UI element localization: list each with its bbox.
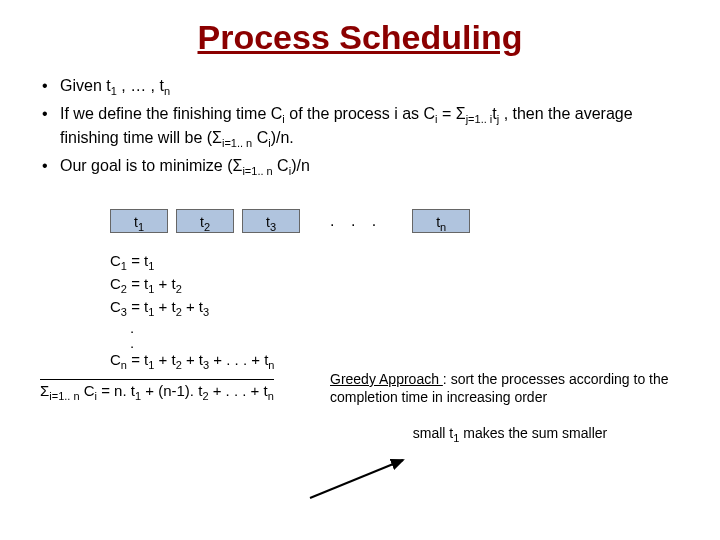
sub: 2	[204, 221, 210, 233]
note: small t1 makes the sum smaller	[330, 424, 690, 445]
t: + t	[154, 298, 175, 315]
t: + t	[182, 298, 203, 315]
sub: n	[440, 221, 446, 233]
calc-line: C1 = t1	[110, 251, 720, 274]
calc-line: C2 = t1 + t2	[110, 274, 720, 297]
t: C	[110, 275, 121, 292]
right-annotation: Greedy Approach : sort the processes acc…	[330, 370, 690, 445]
t: small t	[413, 425, 453, 441]
s: i=1.. n	[49, 390, 79, 402]
s: 2	[176, 283, 182, 295]
box-tn: tn	[412, 209, 470, 233]
sub: 1	[138, 221, 144, 233]
t: C	[110, 252, 121, 269]
text: Our goal is to minimize (Σ	[60, 157, 242, 174]
t: = t	[127, 275, 148, 292]
bullet-3: Our goal is to minimize (Σi=1.. n Ci)/n	[60, 155, 680, 179]
t: C	[110, 298, 121, 315]
sub: 3	[270, 221, 276, 233]
box-t3: t3	[242, 209, 300, 233]
greedy-approach-text: Greedy Approach : sort the processes acc…	[330, 370, 690, 406]
text: , … , t	[117, 77, 164, 94]
s: 3	[203, 306, 209, 318]
text: C	[273, 157, 289, 174]
page-title: Process Scheduling	[0, 18, 720, 57]
sub: n	[164, 85, 170, 97]
text: )/n	[291, 157, 310, 174]
sub: i=1.. n	[242, 165, 272, 177]
t: Σ	[40, 382, 49, 399]
sum-line: Σi=1.. n Ci = n. t1 + (n-1). t2 + . . . …	[40, 379, 274, 402]
t: = t	[127, 351, 148, 368]
bullet-1: Given t1 , … , tn	[60, 75, 680, 99]
t: + t	[154, 351, 175, 368]
arrow-icon	[305, 455, 410, 503]
bullet-2: If we define the finishing time Ci of th…	[60, 103, 680, 151]
t: makes the sum smaller	[459, 425, 607, 441]
t: = t	[127, 298, 148, 315]
calc-block: C1 = t1 C2 = t1 + t2 C3 = t1 + t2 + t3 .…	[110, 251, 720, 372]
t: + (n-1). t	[141, 382, 202, 399]
calc-line: C3 = t1 + t2 + t3	[110, 297, 720, 320]
t: C	[110, 351, 121, 368]
bullet-list: Given t1 , … , tn If we define the finis…	[0, 75, 720, 179]
text: If we define the finishing time C	[60, 105, 282, 122]
t: C	[80, 382, 95, 399]
t: + t	[154, 275, 175, 292]
t: + . . . + t	[209, 382, 268, 399]
t: = t	[127, 252, 148, 269]
ellipsis: . . .	[330, 212, 382, 230]
t: + t	[182, 351, 203, 368]
sub: i=1.. n	[222, 137, 252, 149]
vdots: .	[130, 320, 720, 335]
text: = Σ	[438, 105, 466, 122]
greedy-label: Greedy Approach	[330, 371, 443, 387]
text: )/n.	[271, 129, 294, 146]
text: of the process i as C	[285, 105, 435, 122]
text: C	[252, 129, 268, 146]
s: 1	[148, 260, 154, 272]
text: Given t	[60, 77, 111, 94]
box-t1: t1	[110, 209, 168, 233]
t: + . . . + t	[209, 351, 268, 368]
svg-line-0	[310, 460, 403, 498]
s: n	[268, 390, 274, 402]
box-t2: t2	[176, 209, 234, 233]
sub: j=1.. i	[466, 113, 493, 125]
vdots: .	[130, 335, 720, 350]
process-boxes: t1 t2 t3 . . . tn	[110, 209, 720, 233]
t: = n. t	[97, 382, 135, 399]
s: n	[268, 359, 274, 371]
